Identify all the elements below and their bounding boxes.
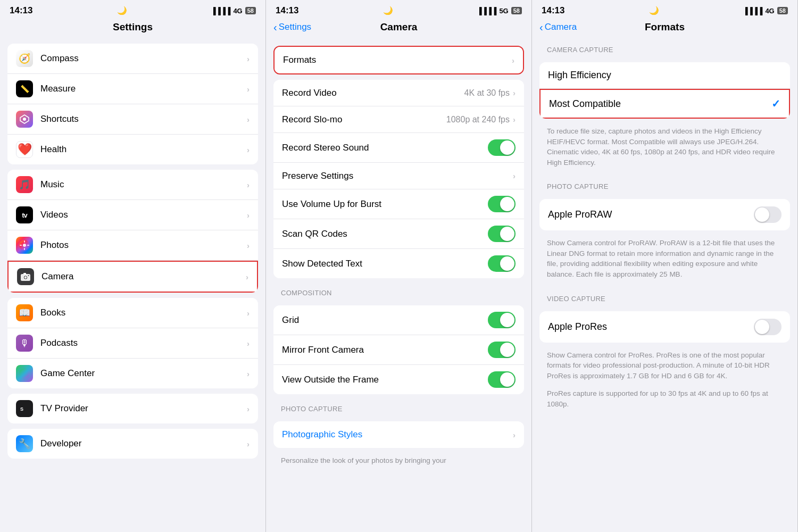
settings-row-compass[interactable]: 🧭 Compass › <box>7 44 258 74</box>
photographic-styles-row[interactable]: Photographic Styles › <box>273 421 524 448</box>
pro-raw-row[interactable]: Apple ProRAW <box>539 199 790 230</box>
camera-chevron: › <box>246 272 248 281</box>
podcasts-chevron: › <box>247 339 250 348</box>
formats-back-button[interactable]: ‹ Camera <box>539 22 577 32</box>
grid-toggle[interactable] <box>488 312 516 328</box>
photographic-styles-desc: Personalize the look of your photos by b… <box>266 451 531 473</box>
pro-res-row[interactable]: Apple ProRes <box>539 311 790 343</box>
signal-icon-2: ▐▐▐▐ <box>477 7 497 15</box>
scan-qr-toggle[interactable] <box>488 226 516 242</box>
show-text-toggle[interactable] <box>488 255 516 272</box>
settings-row-music[interactable]: 🎵 Music › <box>7 170 258 200</box>
formats-panel: 14:13 🌙 ▐▐▐▐ 4G 58 ‹ Camera Formats CAME… <box>532 0 798 532</box>
camera-back-button[interactable]: ‹ Settings <box>273 22 311 32</box>
high-efficiency-label: High Efficiency <box>548 70 782 81</box>
status-icons-3: ▐▐▐▐ 4G 58 <box>743 7 788 15</box>
scan-qr-label: Scan QR Codes <box>282 229 488 239</box>
pro-res-desc1: Show Camera control for ProRes. ProRes i… <box>532 346 797 389</box>
capture-options-group: High Efficiency Most Compatible ✓ <box>539 62 790 119</box>
gamecenter-icon <box>16 365 33 382</box>
svg-rect-4 <box>24 240 25 243</box>
volume-burst-row[interactable]: Use Volume Up for Burst <box>273 189 524 219</box>
volume-burst-toggle[interactable] <box>488 196 516 212</box>
view-outside-toggle[interactable] <box>488 371 516 388</box>
record-stereo-toggle[interactable] <box>488 139 516 156</box>
books-chevron: › <box>247 309 250 318</box>
network-type-2: 5G <box>499 7 508 15</box>
pro-res-group: Apple ProRes <box>539 311 790 343</box>
settings-row-developer[interactable]: 🔧 Developer › <box>7 429 258 459</box>
compass-icon: 🧭 <box>16 50 33 67</box>
videos-icon: tv <box>16 206 33 223</box>
settings-row-tvprovider[interactable]: S TV Provider › <box>7 394 258 423</box>
pro-res-label: Apple ProRes <box>548 321 754 332</box>
mirror-front-toggle[interactable] <box>488 342 516 358</box>
camera-title: Camera <box>380 21 418 33</box>
svg-rect-11 <box>23 273 26 275</box>
photographic-styles-label: Photographic Styles <box>282 429 513 440</box>
camera-back-label: Settings <box>279 22 311 32</box>
shortcuts-label: Shortcuts <box>40 114 247 124</box>
toggle-knob <box>500 140 514 155</box>
record-stereo-row[interactable]: Record Stereo Sound <box>273 133 524 163</box>
most-compatible-row[interactable]: Most Compatible ✓ <box>539 89 790 119</box>
camera-scroll[interactable]: Formats › Record Video 4K at 30 fps › Re… <box>266 38 531 532</box>
high-efficiency-row[interactable]: High Efficiency <box>539 62 790 89</box>
show-text-row[interactable]: Show Detected Text <box>273 249 524 278</box>
camera-panel: 14:13 🌙 ▐▐▐▐ 5G 58 ‹ Settings Camera For… <box>266 0 532 532</box>
formats-label: Formats <box>283 55 512 65</box>
toggle-knob-6 <box>500 343 514 357</box>
pro-res-toggle[interactable] <box>754 319 782 335</box>
podcasts-icon: 🎙 <box>16 335 33 352</box>
video-capture-label: VIDEO CAPTURE <box>532 287 797 306</box>
tvprovider-label: TV Provider <box>40 403 247 414</box>
record-slomo-row[interactable]: Record Slo-mo 1080p at 240 fps › <box>273 106 524 133</box>
settings-row-videos[interactable]: tv Videos › <box>7 200 258 230</box>
view-outside-row[interactable]: View Outside the Frame <box>273 365 524 394</box>
health-label: Health <box>40 144 247 155</box>
settings-row-photos[interactable]: Photos › <box>7 230 258 261</box>
pro-raw-toggle[interactable] <box>754 206 782 223</box>
formats-back-chevron: ‹ <box>539 22 543 32</box>
settings-row-podcasts[interactable]: 🎙 Podcasts › <box>7 328 258 359</box>
status-bar-1: 14:13 🌙 ▐▐▐▐ 4G 58 <box>0 0 265 19</box>
camera-icon <box>17 268 34 285</box>
battery-3: 58 <box>777 7 788 14</box>
pro-raw-label: Apple ProRAW <box>548 209 754 220</box>
shortcuts-chevron: › <box>247 115 250 124</box>
settings-group-3: 📖 Books › 🎙 Podcasts › <box>7 298 258 388</box>
formats-row[interactable]: Formats › <box>275 47 523 73</box>
scan-qr-row[interactable]: Scan QR Codes <box>273 219 524 249</box>
settings-group-5: 🔧 Developer › <box>7 429 258 459</box>
settings-row-books[interactable]: 📖 Books › <box>7 298 258 328</box>
grid-row[interactable]: Grid <box>273 305 524 335</box>
settings-row-measure[interactable]: 📏 Measure › <box>7 74 258 104</box>
formats-title: Formats <box>645 21 685 33</box>
music-chevron: › <box>247 180 250 189</box>
camera-nav-header: ‹ Settings Camera <box>266 19 531 38</box>
svg-point-10 <box>24 276 27 278</box>
battery-1: 58 <box>245 7 256 14</box>
toggle-knob-5 <box>500 313 514 327</box>
status-icons-2: ▐▐▐▐ 5G 58 <box>477 7 522 15</box>
mirror-front-row[interactable]: Mirror Front Camera <box>273 335 524 365</box>
settings-scroll[interactable]: 🧭 Compass › 📏 Measure › Shortcuts › ❤️ H… <box>0 38 265 532</box>
settings-row-camera[interactable]: Camera › <box>7 261 258 293</box>
svg-point-12 <box>28 275 29 276</box>
pro-raw-knob <box>755 207 769 222</box>
record-slomo-label: Record Slo-mo <box>282 114 446 125</box>
preserve-settings-row[interactable]: Preserve Settings › <box>273 163 524 189</box>
videos-chevron: › <box>247 211 250 220</box>
status-time-1: 14:13 <box>10 5 32 16</box>
formats-nav-header: ‹ Camera Formats <box>532 19 797 38</box>
settings-row-shortcuts[interactable]: Shortcuts › <box>7 104 258 135</box>
settings-group-2: 🎵 Music › tv Videos › <box>7 170 258 293</box>
photos-label: Photos <box>40 240 247 251</box>
svg-rect-5 <box>24 248 25 250</box>
settings-row-gamecenter[interactable]: Game Center › <box>7 359 258 388</box>
network-type-1: 4G <box>233 7 242 15</box>
settings-row-health[interactable]: ❤️ Health › <box>7 135 258 164</box>
record-video-row[interactable]: Record Video 4K at 30 fps › <box>273 80 524 106</box>
compass-chevron: › <box>247 54 250 63</box>
formats-scroll[interactable]: CAMERA CAPTURE High Efficiency Most Comp… <box>532 38 797 532</box>
